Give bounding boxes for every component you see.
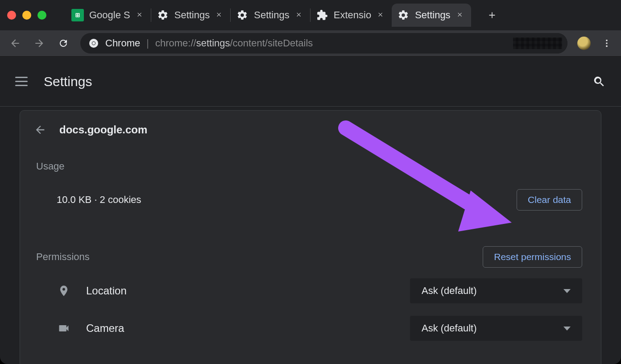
redacted-region	[513, 37, 562, 49]
back-button[interactable]	[33, 122, 48, 137]
close-icon[interactable]	[377, 11, 385, 20]
page-viewport: Settings docs.google.com Usage 10.0 KB ·…	[0, 56, 621, 364]
usage-summary: 10.0 KB · 2 cookies	[57, 194, 141, 206]
browser-titlebar: Google S Settings Settings Extensio Sett…	[0, 0, 621, 30]
permission-row-camera: Camera Ask (default)	[20, 310, 601, 347]
close-icon[interactable]	[456, 11, 465, 20]
usage-section-title: Usage	[20, 148, 601, 177]
tab-settings-2[interactable]: Settings	[231, 4, 310, 27]
nav-reload-button[interactable]	[56, 36, 70, 50]
tab-label: Google S	[89, 9, 130, 21]
tab-settings-1[interactable]: Settings	[151, 4, 231, 27]
nav-forward-button[interactable]	[32, 36, 46, 50]
url-truncated-region	[451, 33, 567, 54]
permission-row-location: Location Ask (default)	[20, 272, 601, 310]
close-icon[interactable]	[295, 11, 304, 20]
chrome-icon	[88, 38, 99, 49]
gear-icon	[236, 9, 248, 21]
permission-select-camera[interactable]: Ask (default)	[410, 316, 582, 341]
address-bar[interactable]: Chrome | chrome://settings/content/siteD…	[80, 33, 567, 54]
tab-label: Settings	[415, 9, 451, 21]
site-hostname: docs.google.com	[59, 124, 147, 136]
window-zoom-button[interactable]	[37, 11, 46, 20]
permission-value: Ask (default)	[422, 323, 477, 334]
tab-strip: Google S Settings Settings Extensio Sett…	[66, 0, 621, 30]
tab-label: Extensio	[334, 9, 371, 21]
close-icon[interactable]	[136, 11, 145, 20]
browser-menu-button[interactable]	[600, 37, 613, 50]
page-title: Settings	[44, 74, 92, 89]
reset-permissions-button[interactable]: Reset permissions	[483, 246, 582, 268]
permission-value: Ask (default)	[422, 285, 477, 297]
permission-label: Camera	[86, 322, 124, 335]
menu-icon[interactable]	[15, 74, 31, 90]
window-minimize-button[interactable]	[22, 11, 31, 20]
permission-label: Location	[86, 285, 127, 297]
extension-icon	[316, 9, 328, 21]
gear-icon	[397, 9, 410, 21]
location-icon	[57, 284, 71, 298]
permission-select-location[interactable]: Ask (default)	[410, 278, 582, 303]
tab-label: Settings	[174, 9, 210, 21]
settings-search-button[interactable]	[592, 75, 606, 88]
settings-appbar: Settings	[0, 57, 621, 107]
close-icon[interactable]	[215, 11, 224, 20]
tab-google-sheets[interactable]: Google S	[66, 4, 151, 27]
site-details-card: docs.google.com Usage 10.0 KB · 2 cookie…	[20, 110, 601, 364]
gear-icon	[157, 9, 169, 21]
clear-data-button[interactable]: Clear data	[517, 189, 582, 211]
new-tab-button[interactable]	[482, 5, 502, 25]
url-chip: Chrome	[105, 37, 140, 49]
tab-label: Settings	[254, 9, 290, 21]
window-close-button[interactable]	[7, 11, 16, 20]
tab-settings-active[interactable]: Settings	[392, 4, 471, 27]
url-separator: |	[146, 37, 149, 49]
camera-icon	[57, 321, 71, 335]
window-controls	[7, 11, 46, 20]
browser-toolbar: Chrome | chrome://settings/content/siteD…	[0, 30, 621, 56]
usage-row: 10.0 KB · 2 cookies Clear data	[20, 177, 601, 228]
sheets-icon	[71, 9, 84, 21]
tab-extensions[interactable]: Extensio	[310, 4, 392, 27]
nav-back-button[interactable]	[8, 36, 22, 50]
chevron-down-icon	[563, 289, 571, 293]
url-path: chrome://settings/content/siteDetails	[155, 37, 313, 49]
chevron-down-icon	[563, 327, 571, 331]
profile-avatar[interactable]	[577, 37, 591, 50]
permissions-section-title: Permissions	[36, 251, 90, 263]
